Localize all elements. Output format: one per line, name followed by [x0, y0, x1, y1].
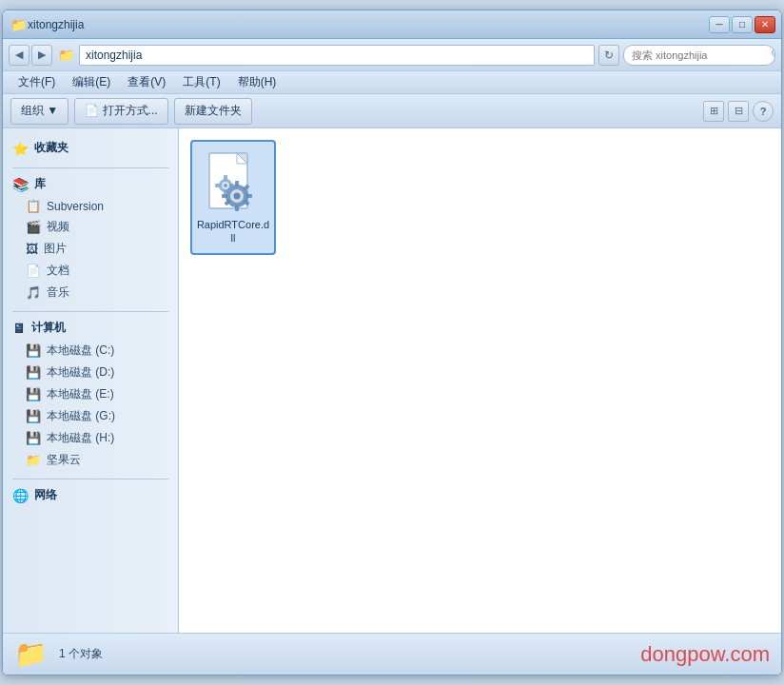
address-bar: ◀ ▶ 📁 ↻ 🔍	[3, 39, 781, 71]
svg-rect-17	[224, 175, 227, 180]
jianguoyun-label: 坚果云	[47, 452, 81, 468]
video-icon: 🎬	[26, 220, 41, 234]
svg-rect-7	[235, 206, 239, 211]
drive-e-icon: 💾	[26, 387, 41, 401]
divider-3	[12, 479, 168, 480]
pictures-label: 图片	[44, 241, 67, 257]
toolbar-right: ⊞ ⊟ ?	[703, 101, 774, 122]
network-label: 网络	[34, 487, 57, 503]
dll-file-icon	[205, 149, 262, 216]
menu-view[interactable]: 查看(V)	[120, 72, 173, 92]
jianguoyun-icon: 📁	[26, 453, 41, 467]
svg-rect-9	[246, 194, 252, 198]
favorites-icon: ⭐	[12, 141, 29, 156]
pictures-icon: 🖼	[26, 242, 38, 256]
back-button[interactable]: ◀	[9, 45, 29, 66]
status-folder-icon: 📁	[14, 638, 48, 670]
library-label: 库	[34, 176, 46, 192]
library-icon: 📚	[12, 177, 29, 192]
search-button[interactable]: 🔍	[771, 45, 775, 66]
menu-bar: 文件(F) 编辑(E) 查看(V) 工具(T) 帮助(H)	[3, 71, 781, 94]
computer-header: 🖥 计算机	[7, 316, 174, 340]
close-button[interactable]: ✕	[755, 16, 775, 33]
drive-g-icon: 💾	[26, 409, 41, 423]
content-area: ⭐ 收藏夹 📚 库 📋 Subversion 🎬 视频	[3, 128, 781, 633]
menu-help[interactable]: 帮助(H)	[230, 72, 284, 92]
divider-1	[12, 167, 168, 168]
video-label: 视频	[47, 219, 69, 235]
search-box: 🔍	[623, 45, 775, 66]
favorites-header: ⭐ 收藏夹	[7, 136, 174, 160]
new-folder-button[interactable]: 新建文件夹	[174, 98, 252, 125]
svg-point-14	[234, 193, 241, 200]
network-section: 🌐 网络	[7, 483, 174, 507]
drive-g-label: 本地磁盘 (G:)	[47, 408, 115, 424]
help-button[interactable]: ?	[753, 101, 774, 122]
sidebar-item-drive-d[interactable]: 💾 本地磁盘 (D:)	[7, 362, 174, 383]
sidebar-item-drive-c[interactable]: 💾 本地磁盘 (C:)	[7, 340, 174, 362]
sidebar: ⭐ 收藏夹 📚 库 📋 Subversion 🎬 视频	[3, 128, 179, 633]
documents-label: 文档	[47, 263, 69, 279]
network-header: 🌐 网络	[7, 483, 174, 507]
window-title: xitongzhijia	[28, 18, 709, 31]
explorer-window: 📁 xitongzhijia ─ □ ✕ ◀ ▶ 📁 ↻ 🔍 文件(F) 编辑(…	[2, 10, 782, 675]
computer-section: 🖥 计算机 💾 本地磁盘 (C:) 💾 本地磁盘 (D:) 💾 本地磁盘 (E:…	[7, 316, 174, 471]
library-header: 📚 库	[7, 172, 174, 196]
menu-edit[interactable]: 编辑(E)	[65, 72, 118, 92]
drive-d-icon: 💾	[26, 365, 41, 380]
network-icon: 🌐	[12, 488, 29, 503]
favorites-section: ⭐ 收藏夹	[7, 136, 174, 160]
drive-c-icon: 💾	[26, 343, 41, 358]
documents-icon: 📄	[26, 264, 41, 278]
sidebar-item-documents[interactable]: 📄 文档	[7, 260, 174, 282]
subversion-label: Subversion	[47, 200, 104, 213]
svg-rect-20	[229, 184, 234, 187]
status-bar: 📁 1 个对象 dongpow.com	[3, 633, 781, 675]
refresh-button[interactable]: ↻	[598, 45, 619, 66]
computer-icon: 🖥	[12, 321, 26, 336]
search-input[interactable]	[624, 46, 771, 65]
svg-rect-18	[224, 190, 227, 195]
sidebar-item-drive-e[interactable]: 💾 本地磁盘 (E:)	[7, 383, 174, 405]
nav-buttons: ◀ ▶	[9, 45, 52, 66]
main-content: RapidRTCore.dll	[179, 128, 781, 633]
minimize-button[interactable]: ─	[709, 16, 730, 33]
favorites-label: 收藏夹	[34, 140, 69, 156]
sidebar-item-drive-g[interactable]: 💾 本地磁盘 (G:)	[7, 405, 174, 427]
sidebar-item-video[interactable]: 🎬 视频	[7, 216, 174, 238]
sidebar-item-drive-h[interactable]: 💾 本地磁盘 (H:)	[7, 427, 174, 449]
forward-button[interactable]: ▶	[31, 45, 52, 66]
svg-point-21	[224, 184, 227, 187]
divider-2	[12, 311, 168, 312]
library-section: 📚 库 📋 Subversion 🎬 视频 🖼 图片 📄 文档	[7, 172, 174, 303]
organize-button[interactable]: 组织 ▼	[10, 98, 69, 125]
open-as-button[interactable]: 📄 打开方式...	[74, 98, 167, 125]
window-controls: ─ □ ✕	[709, 16, 775, 33]
menu-tools[interactable]: 工具(T)	[175, 72, 227, 92]
svg-rect-19	[215, 184, 220, 187]
status-count: 1 个对象	[59, 646, 103, 662]
title-bar: 📁 xitongzhijia ─ □ ✕	[3, 10, 781, 39]
sidebar-item-jianguoyun[interactable]: 📁 坚果云	[7, 449, 174, 471]
pane-button[interactable]: ⊟	[728, 101, 749, 122]
svg-rect-6	[235, 181, 239, 186]
sidebar-item-music[interactable]: 🎵 音乐	[7, 282, 174, 303]
address-input[interactable]	[79, 45, 595, 66]
subversion-icon: 📋	[26, 199, 41, 213]
watermark: dongpow.com	[640, 642, 770, 667]
address-folder-icon: 📁	[56, 46, 75, 65]
file-label: RapidRTCore.dll	[196, 218, 270, 245]
computer-label: 计算机	[31, 320, 66, 336]
maximize-button[interactable]: □	[732, 16, 753, 33]
menu-file[interactable]: 文件(F)	[10, 72, 63, 92]
file-item-dll[interactable]: RapidRTCore.dll	[190, 140, 276, 255]
sidebar-item-pictures[interactable]: 🖼 图片	[7, 238, 174, 260]
drive-c-label: 本地磁盘 (C:)	[47, 342, 114, 359]
toolbar: 组织 ▼ 📄 打开方式... 新建文件夹 ⊞ ⊟ ?	[3, 94, 781, 128]
drive-e-label: 本地磁盘 (E:)	[47, 386, 114, 402]
drive-d-label: 本地磁盘 (D:)	[47, 364, 114, 381]
title-folder-icon: 📁	[9, 15, 28, 34]
view-button[interactable]: ⊞	[703, 101, 724, 122]
drive-h-label: 本地磁盘 (H:)	[47, 430, 114, 446]
sidebar-item-subversion[interactable]: 📋 Subversion	[7, 196, 174, 216]
